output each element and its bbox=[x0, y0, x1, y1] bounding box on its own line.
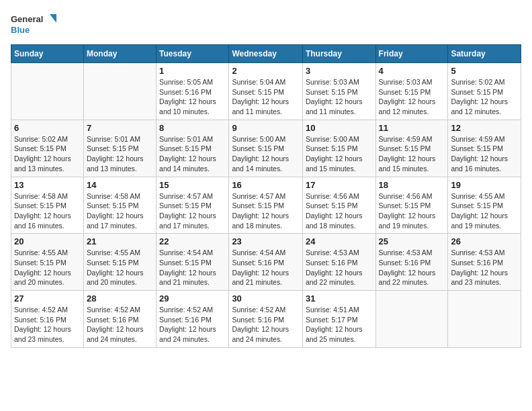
weekday-header-monday: Monday bbox=[83, 45, 156, 63]
header: General Blue bbox=[11, 11, 521, 38]
svg-text:General: General bbox=[11, 14, 43, 24]
calendar-cell: 4Sunrise: 5:03 AMSunset: 5:15 PMDaylight… bbox=[375, 63, 448, 120]
calendar-cell: 23Sunrise: 4:54 AMSunset: 5:16 PMDayligh… bbox=[229, 234, 303, 291]
day-info: Sunrise: 4:53 AMSunset: 5:16 PMDaylight:… bbox=[306, 248, 373, 287]
calendar-cell: 8Sunrise: 5:01 AMSunset: 5:15 PMDaylight… bbox=[157, 120, 229, 177]
day-info: Sunrise: 5:01 AMSunset: 5:15 PMDaylight:… bbox=[159, 134, 226, 174]
day-number: 21 bbox=[87, 236, 153, 246]
day-number: 26 bbox=[451, 236, 518, 246]
day-info: Sunrise: 5:03 AMSunset: 5:15 PMDaylight:… bbox=[306, 77, 373, 117]
calendar-cell: 24Sunrise: 4:53 AMSunset: 5:16 PMDayligh… bbox=[302, 234, 375, 291]
day-info: Sunrise: 4:59 AMSunset: 5:15 PMDaylight:… bbox=[379, 134, 445, 174]
calendar-cell: 15Sunrise: 4:57 AMSunset: 5:15 PMDayligh… bbox=[157, 177, 229, 234]
weekday-header-sunday: Sunday bbox=[11, 45, 84, 63]
day-info: Sunrise: 5:02 AMSunset: 5:15 PMDaylight:… bbox=[14, 134, 81, 174]
calendar-cell: 7Sunrise: 5:01 AMSunset: 5:15 PMDaylight… bbox=[83, 120, 156, 177]
day-info: Sunrise: 5:03 AMSunset: 5:15 PMDaylight:… bbox=[379, 77, 445, 117]
day-info: Sunrise: 5:01 AMSunset: 5:15 PMDaylight:… bbox=[87, 134, 153, 174]
day-number: 12 bbox=[451, 123, 518, 133]
day-number: 30 bbox=[232, 293, 300, 304]
calendar-cell: 13Sunrise: 4:58 AMSunset: 5:15 PMDayligh… bbox=[11, 177, 84, 234]
weekday-header-friday: Friday bbox=[375, 45, 448, 63]
calendar-cell: 17Sunrise: 4:56 AMSunset: 5:15 PMDayligh… bbox=[302, 177, 375, 234]
calendar-cell: 3Sunrise: 5:03 AMSunset: 5:15 PMDaylight… bbox=[302, 63, 375, 120]
day-number: 29 bbox=[159, 293, 226, 304]
day-number: 9 bbox=[232, 123, 300, 133]
day-number: 28 bbox=[87, 293, 153, 304]
day-info: Sunrise: 4:59 AMSunset: 5:15 PMDaylight:… bbox=[451, 134, 518, 174]
day-number: 1 bbox=[159, 66, 226, 76]
calendar-cell: 2Sunrise: 5:04 AMSunset: 5:15 PMDaylight… bbox=[229, 63, 303, 120]
logo: General Blue bbox=[11, 11, 58, 38]
calendar-cell bbox=[11, 63, 84, 120]
day-info: Sunrise: 4:57 AMSunset: 5:15 PMDaylight:… bbox=[232, 191, 300, 231]
calendar-cell: 27Sunrise: 4:52 AMSunset: 5:16 PMDayligh… bbox=[11, 291, 84, 348]
calendar-cell: 30Sunrise: 4:52 AMSunset: 5:16 PMDayligh… bbox=[229, 291, 303, 348]
day-number: 15 bbox=[159, 180, 226, 190]
calendar-cell: 19Sunrise: 4:55 AMSunset: 5:15 PMDayligh… bbox=[448, 177, 521, 234]
calendar-cell: 9Sunrise: 5:00 AMSunset: 5:15 PMDaylight… bbox=[229, 120, 303, 177]
svg-text:Blue: Blue bbox=[11, 25, 30, 35]
calendar-cell: 20Sunrise: 4:55 AMSunset: 5:15 PMDayligh… bbox=[11, 234, 84, 291]
day-number: 14 bbox=[87, 180, 153, 190]
calendar-cell: 1Sunrise: 5:05 AMSunset: 5:16 PMDaylight… bbox=[157, 63, 229, 120]
day-info: Sunrise: 4:55 AMSunset: 5:15 PMDaylight:… bbox=[87, 248, 153, 287]
day-info: Sunrise: 4:52 AMSunset: 5:16 PMDaylight:… bbox=[87, 305, 153, 345]
day-number: 24 bbox=[306, 236, 373, 246]
day-number: 10 bbox=[306, 123, 373, 133]
day-number: 20 bbox=[14, 236, 81, 246]
day-info: Sunrise: 4:52 AMSunset: 5:16 PMDaylight:… bbox=[14, 305, 81, 345]
calendar-cell: 10Sunrise: 5:00 AMSunset: 5:15 PMDayligh… bbox=[302, 120, 375, 177]
day-number: 31 bbox=[306, 293, 373, 304]
day-info: Sunrise: 5:00 AMSunset: 5:15 PMDaylight:… bbox=[306, 134, 373, 174]
day-info: Sunrise: 4:52 AMSunset: 5:16 PMDaylight:… bbox=[232, 305, 300, 345]
calendar-week-2: 6Sunrise: 5:02 AMSunset: 5:15 PMDaylight… bbox=[11, 120, 521, 177]
calendar-cell: 11Sunrise: 4:59 AMSunset: 5:15 PMDayligh… bbox=[375, 120, 448, 177]
day-number: 19 bbox=[451, 180, 518, 190]
day-info: Sunrise: 4:58 AMSunset: 5:15 PMDaylight:… bbox=[87, 191, 153, 231]
day-number: 13 bbox=[14, 180, 81, 190]
calendar-week-1: 1Sunrise: 5:05 AMSunset: 5:16 PMDaylight… bbox=[11, 63, 521, 120]
calendar-cell: 31Sunrise: 4:51 AMSunset: 5:17 PMDayligh… bbox=[302, 291, 375, 348]
calendar-week-3: 13Sunrise: 4:58 AMSunset: 5:15 PMDayligh… bbox=[11, 177, 521, 234]
day-info: Sunrise: 5:00 AMSunset: 5:15 PMDaylight:… bbox=[232, 134, 300, 174]
day-number: 22 bbox=[159, 236, 226, 246]
weekday-header-thursday: Thursday bbox=[302, 45, 375, 63]
day-info: Sunrise: 4:56 AMSunset: 5:15 PMDaylight:… bbox=[306, 191, 373, 231]
calendar-cell: 21Sunrise: 4:55 AMSunset: 5:15 PMDayligh… bbox=[83, 234, 156, 291]
day-number: 8 bbox=[159, 123, 226, 133]
calendar-cell: 29Sunrise: 4:52 AMSunset: 5:16 PMDayligh… bbox=[157, 291, 229, 348]
calendar-cell: 5Sunrise: 5:02 AMSunset: 5:15 PMDaylight… bbox=[448, 63, 521, 120]
day-number: 27 bbox=[14, 293, 81, 304]
day-number: 17 bbox=[306, 180, 373, 190]
day-info: Sunrise: 4:51 AMSunset: 5:17 PMDaylight:… bbox=[306, 305, 373, 345]
day-number: 6 bbox=[14, 123, 81, 133]
weekday-header-tuesday: Tuesday bbox=[157, 45, 229, 63]
calendar-cell: 12Sunrise: 4:59 AMSunset: 5:15 PMDayligh… bbox=[448, 120, 521, 177]
day-info: Sunrise: 5:05 AMSunset: 5:16 PMDaylight:… bbox=[159, 77, 226, 117]
day-number: 11 bbox=[379, 123, 445, 133]
calendar-week-4: 20Sunrise: 4:55 AMSunset: 5:15 PMDayligh… bbox=[11, 234, 521, 291]
day-info: Sunrise: 4:53 AMSunset: 5:16 PMDaylight:… bbox=[379, 248, 445, 287]
day-info: Sunrise: 4:54 AMSunset: 5:16 PMDaylight:… bbox=[232, 248, 300, 287]
day-info: Sunrise: 4:56 AMSunset: 5:15 PMDaylight:… bbox=[379, 191, 445, 231]
day-info: Sunrise: 4:55 AMSunset: 5:15 PMDaylight:… bbox=[451, 191, 518, 231]
day-number: 5 bbox=[451, 66, 518, 76]
day-info: Sunrise: 4:52 AMSunset: 5:16 PMDaylight:… bbox=[159, 305, 226, 345]
day-number: 4 bbox=[379, 66, 445, 76]
day-info: Sunrise: 5:04 AMSunset: 5:15 PMDaylight:… bbox=[232, 77, 300, 117]
day-number: 16 bbox=[232, 180, 300, 190]
day-info: Sunrise: 5:02 AMSunset: 5:15 PMDaylight:… bbox=[451, 77, 518, 117]
day-info: Sunrise: 4:58 AMSunset: 5:15 PMDaylight:… bbox=[14, 191, 81, 231]
svg-marker-2 bbox=[50, 14, 56, 23]
calendar-cell: 22Sunrise: 4:54 AMSunset: 5:15 PMDayligh… bbox=[157, 234, 229, 291]
day-info: Sunrise: 4:55 AMSunset: 5:15 PMDaylight:… bbox=[14, 248, 81, 287]
weekday-header-saturday: Saturday bbox=[448, 45, 521, 63]
calendar-cell: 14Sunrise: 4:58 AMSunset: 5:15 PMDayligh… bbox=[83, 177, 156, 234]
day-number: 18 bbox=[379, 180, 445, 190]
calendar-cell bbox=[448, 291, 521, 348]
weekday-header-wednesday: Wednesday bbox=[229, 45, 303, 63]
calendar-cell bbox=[375, 291, 448, 348]
calendar-cell: 16Sunrise: 4:57 AMSunset: 5:15 PMDayligh… bbox=[229, 177, 303, 234]
calendar-cell: 26Sunrise: 4:53 AMSunset: 5:16 PMDayligh… bbox=[448, 234, 521, 291]
